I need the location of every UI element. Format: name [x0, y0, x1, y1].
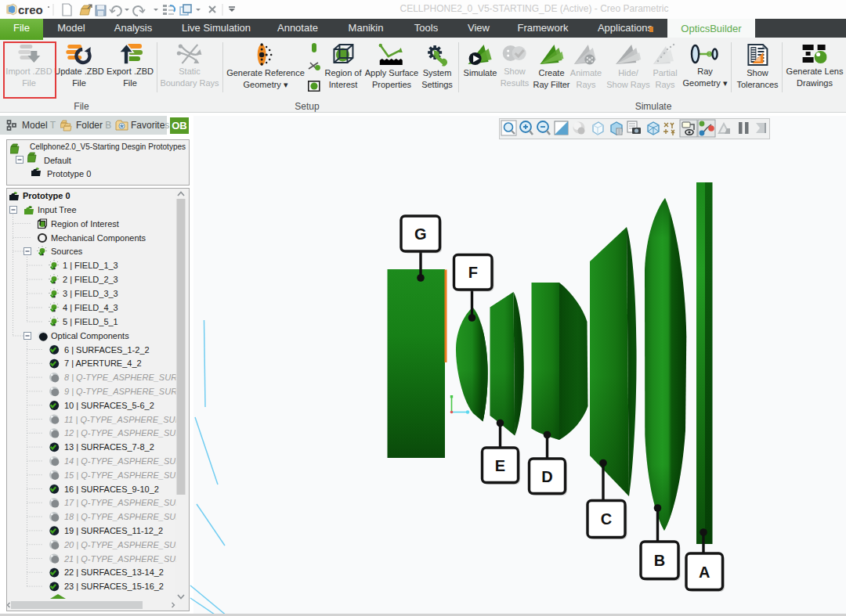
- svg-text:5 | FIELD_5_1: 5 | FIELD_5_1: [63, 317, 118, 326]
- svg-text:6 | SURFACES_1-2_2: 6 | SURFACES_1-2_2: [64, 345, 150, 355]
- svg-text:4 | FIELD_4_3: 4 | FIELD_4_3: [63, 303, 118, 312]
- svg-text:3 | FIELD_3_3: 3 | FIELD_3_3: [63, 289, 118, 298]
- svg-text:20 | Q-TYPE_ASPHERE_SURFA: 20 | Q-TYPE_ASPHERE_SURFA: [63, 540, 189, 549]
- svg-text:Prototype 0: Prototype 0: [23, 191, 70, 200]
- svg-text:10 | SURFACES_5-6_2: 10 | SURFACES_5-6_2: [64, 401, 154, 410]
- svg-text:1 | FIELD_1_3: 1 | FIELD_1_3: [63, 261, 118, 270]
- svg-text:creo: creo: [18, 3, 43, 16]
- svg-text:18 | Q-TYPE_ASPHERE_SURFA: 18 | Q-TYPE_ASPHERE_SURFA: [64, 512, 189, 521]
- svg-text:Region of Interest: Region of Interest: [51, 219, 119, 229]
- svg-text:8 | Q-TYPE_ASPHERE_SURFACE: 8 | Q-TYPE_ASPHERE_SURFACE: [64, 373, 189, 382]
- svg-text:21 | Q-TYPE_ASPHERE_SURFA: 21 | Q-TYPE_ASPHERE_SURFA: [63, 554, 189, 564]
- svg-text:14 | Q-TYPE_ASPHERE_SURFA: 14 | Q-TYPE_ASPHERE_SURFA: [64, 456, 189, 466]
- svg-text:22 | SURFACES_13-14_2: 22 | SURFACES_13-14_2: [64, 567, 164, 577]
- svg-text:Mechanical Components: Mechanical Components: [51, 233, 146, 243]
- svg-text:7 | APERTURE_4_2: 7 | APERTURE_4_2: [64, 358, 142, 368]
- svg-text:13 | SURFACES_7-8_2: 13 | SURFACES_7-8_2: [64, 442, 154, 452]
- svg-text:9 | Q-TYPE_ASPHERE_SURFACE: 9 | Q-TYPE_ASPHERE_SURFACE: [64, 387, 189, 396]
- svg-text:19 | SURFACES_11-12_2: 19 | SURFACES_11-12_2: [64, 526, 163, 535]
- svg-text:23 | SURFACES_15-16_2: 23 | SURFACES_15-16_2: [64, 582, 164, 591]
- svg-text:2 | FIELD_2_3: 2 | FIELD_2_3: [63, 275, 118, 284]
- svg-text:Input Tree: Input Tree: [38, 205, 77, 214]
- svg-text:Sources: Sources: [51, 247, 83, 256]
- svg-text:17 | Q-TYPE_ASPHERE_SURFA: 17 | Q-TYPE_ASPHERE_SURFA: [64, 498, 189, 507]
- svg-text:16 | SURFACES_9-10_2: 16 | SURFACES_9-10_2: [64, 485, 159, 494]
- svg-text:12 | Q-TYPE_ASPHERE_SURFA: 12 | Q-TYPE_ASPHERE_SURFA: [64, 428, 189, 438]
- svg-text:Optical Components: Optical Components: [51, 331, 129, 340]
- svg-text:15 | Q-TYPE_ASPHERE_SURFA: 15 | Q-TYPE_ASPHERE_SURFA: [64, 470, 189, 480]
- svg-text:11 | Q-TYPE_ASPHERE_SURFA: 11 | Q-TYPE_ASPHERE_SURFA: [64, 415, 189, 424]
